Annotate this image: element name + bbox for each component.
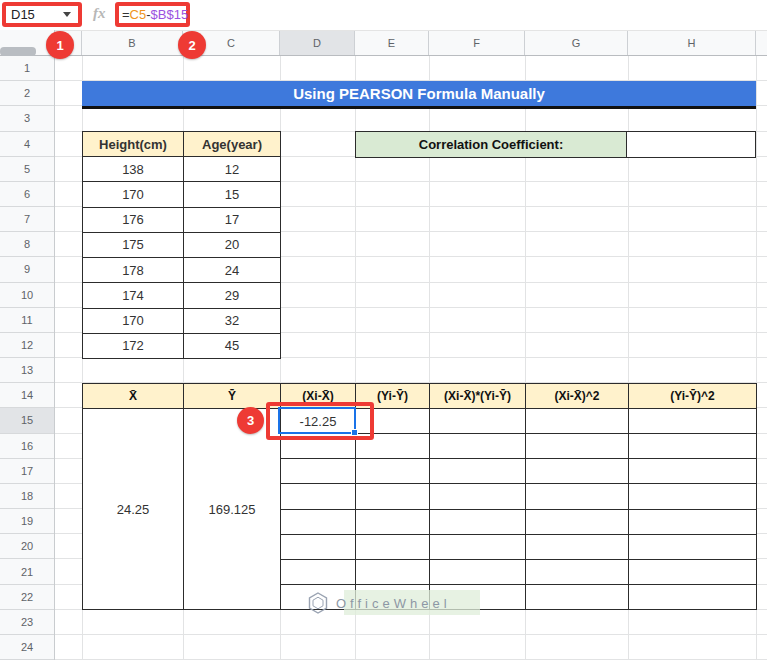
empty-cell[interactable] [526, 560, 629, 585]
empty-cell[interactable] [629, 484, 757, 509]
data-cell[interactable]: 170 [83, 309, 184, 334]
empty-cell[interactable] [526, 510, 629, 535]
empty-cell[interactable] [356, 535, 430, 560]
empty-cell[interactable] [629, 434, 757, 459]
empty-cell[interactable] [356, 510, 430, 535]
row-header-16[interactable]: 16 [0, 434, 54, 459]
data-cell[interactable]: 174 [83, 283, 184, 308]
data-cell[interactable]: 32 [184, 309, 281, 334]
row-header-4[interactable]: 4 [0, 132, 54, 157]
data-cell[interactable]: 17 [184, 208, 281, 233]
data-cell[interactable]: 176 [83, 208, 184, 233]
column-header-D[interactable]: D [280, 31, 355, 55]
empty-cell[interactable] [629, 535, 757, 560]
row-header-6[interactable]: 6 [0, 182, 54, 207]
empty-cell[interactable] [281, 535, 356, 560]
empty-cell[interactable] [629, 560, 757, 585]
row-header-18[interactable]: 18 [0, 484, 54, 509]
row-header-11[interactable]: 11 [0, 308, 54, 333]
watermark: OfficeWheel [306, 589, 451, 617]
column-header-E[interactable]: E [355, 31, 429, 55]
row-header-20[interactable]: 20 [0, 534, 54, 559]
empty-cell[interactable] [629, 510, 757, 535]
empty-cell[interactable] [430, 459, 526, 484]
spreadsheet-app: D15 fx =C5-$B$15 A B C D E F G H 1234567… [0, 0, 767, 660]
empty-cell[interactable] [430, 535, 526, 560]
row-header-2[interactable]: 2 [0, 81, 54, 106]
formula-input[interactable]: =C5-$B$15 [115, 2, 190, 27]
row-header-13[interactable]: 13 [0, 358, 54, 383]
column-header-partial[interactable] [756, 31, 767, 55]
empty-cell[interactable] [356, 560, 430, 585]
x-mean-cell[interactable]: 24.25 [83, 409, 184, 610]
correlation-value-cell[interactable] [627, 131, 756, 158]
empty-cell[interactable] [430, 510, 526, 535]
column-header-H[interactable]: H [628, 31, 756, 55]
name-box-value: D15 [11, 7, 35, 22]
calc-header-cell: (Yi-Ȳ)^2 [629, 384, 757, 409]
empty-cell[interactable] [356, 484, 430, 509]
data-cell[interactable]: 12 [184, 157, 281, 182]
formula-toolbar: D15 fx =C5-$B$15 [0, 0, 767, 30]
row-header-21[interactable]: 21 [0, 559, 54, 584]
empty-cell[interactable] [629, 585, 757, 610]
row-header-23[interactable]: 23 [0, 610, 54, 635]
data-cell[interactable]: 29 [184, 283, 281, 308]
empty-cell[interactable] [356, 459, 430, 484]
empty-cell[interactable] [526, 484, 629, 509]
empty-cell[interactable] [430, 434, 526, 459]
row-header-19[interactable]: 19 [0, 509, 54, 534]
row-header-17[interactable]: 17 [0, 459, 54, 484]
row-header-3[interactable]: 3 [0, 106, 54, 131]
name-box[interactable]: D15 [2, 2, 82, 27]
empty-cell[interactable] [526, 409, 629, 434]
empty-cell[interactable] [526, 459, 629, 484]
row-header-24[interactable]: 24 [0, 635, 54, 660]
empty-cell[interactable] [281, 510, 356, 535]
name-box-dropdown-icon[interactable] [63, 12, 71, 17]
calc-table: X̄Ȳ(Xi-X̄)(Yi-Ȳ)(Xi-X̄)*(Yi-Ȳ)(Xi-X̄)^2(… [82, 383, 757, 610]
row-header-5[interactable]: 5 [0, 157, 54, 182]
row-header-22[interactable]: 22 [0, 585, 54, 610]
data-cell[interactable]: 178 [83, 258, 184, 283]
empty-cell[interactable] [430, 560, 526, 585]
data-cell[interactable]: 172 [83, 334, 184, 359]
empty-cell[interactable] [281, 459, 356, 484]
empty-cell[interactable] [526, 434, 629, 459]
column-header-B[interactable]: B [82, 31, 183, 55]
data-cell[interactable]: 170 [83, 182, 184, 207]
row-header-1[interactable]: 1 [0, 56, 54, 81]
empty-cell[interactable] [526, 585, 629, 610]
formula-equals: = [122, 7, 130, 22]
title-banner: Using PEARSON Formula Manually [82, 81, 756, 109]
column-header-G[interactable]: G [525, 31, 628, 55]
annotation-box-3 [266, 402, 374, 440]
data-cell[interactable]: 45 [184, 334, 281, 359]
table-header-cell: Height(cm) [83, 132, 184, 157]
row-header-8[interactable]: 8 [0, 232, 54, 257]
empty-cell[interactable] [526, 535, 629, 560]
annotation-badge-2: 2 [178, 31, 206, 59]
data-cell[interactable]: 20 [184, 233, 281, 258]
data-cell[interactable]: 138 [83, 157, 184, 182]
data-cell[interactable]: 175 [83, 233, 184, 258]
empty-cell[interactable] [629, 459, 757, 484]
data-cell[interactable]: 24 [184, 258, 281, 283]
row-header-14[interactable]: 14 [0, 383, 54, 408]
row-header-12[interactable]: 12 [0, 333, 54, 358]
empty-cell[interactable] [629, 409, 757, 434]
row-header-15[interactable]: 15 [0, 408, 54, 433]
empty-cell[interactable] [430, 409, 526, 434]
calc-header-cell: (Xi-X̄)*(Yi-Ȳ) [430, 384, 526, 409]
row-header-10[interactable]: 10 [0, 283, 54, 308]
empty-cell[interactable] [281, 560, 356, 585]
watermark-text: OfficeWheel [336, 596, 451, 611]
empty-cell[interactable] [281, 484, 356, 509]
column-header-F[interactable]: F [429, 31, 525, 55]
column-headers: A B C D E F G H [55, 30, 767, 56]
empty-cell[interactable] [430, 484, 526, 509]
calc-header-cell: X̄ [83, 384, 184, 409]
row-header-9[interactable]: 9 [0, 257, 54, 282]
data-cell[interactable]: 15 [184, 182, 281, 207]
row-header-7[interactable]: 7 [0, 207, 54, 232]
